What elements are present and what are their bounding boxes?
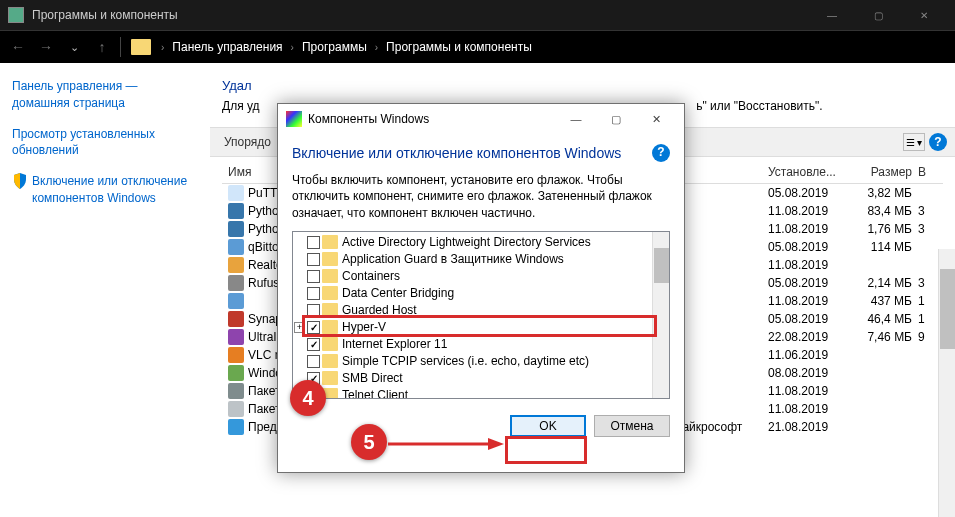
scrollbar-thumb[interactable] <box>940 269 955 349</box>
app-icon <box>8 7 24 23</box>
dialog-close-button[interactable]: ✕ <box>636 105 676 133</box>
folder-icon <box>322 354 338 368</box>
features-scrollbar[interactable] <box>652 232 669 398</box>
sidebar-features-link[interactable]: Включение или отключение компонентов Win… <box>12 173 197 207</box>
feature-checkbox[interactable] <box>307 321 320 334</box>
col-date[interactable]: Установле... <box>768 165 853 179</box>
features-scrollbar-thumb[interactable] <box>654 248 669 283</box>
close-button[interactable]: ✕ <box>901 0 947 30</box>
help-button[interactable]: ? <box>929 133 947 151</box>
col-size[interactable]: Размер <box>853 165 918 179</box>
history-dropdown[interactable]: ⌄ <box>60 33 88 61</box>
ok-button[interactable]: OK <box>510 415 586 437</box>
feature-label: Internet Explorer 11 <box>342 337 447 351</box>
forward-button[interactable]: → <box>32 33 60 61</box>
folder-icon <box>322 235 338 249</box>
sidebar-features-label: Включение или отключение компонентов Win… <box>32 173 197 207</box>
feature-row[interactable]: Internet Explorer 11 <box>293 336 669 353</box>
program-date: 11.08.2019 <box>768 384 853 398</box>
program-date: 11.06.2019 <box>768 348 853 362</box>
feature-checkbox[interactable] <box>307 338 320 351</box>
feature-row[interactable]: Containers <box>293 268 669 285</box>
annotation-step-5: 5 <box>351 424 387 460</box>
program-size: 2,14 МБ <box>853 276 918 290</box>
program-date: 05.08.2019 <box>768 186 853 200</box>
feature-row[interactable]: SMB Direct <box>293 370 669 387</box>
dialog-minimize-button[interactable]: — <box>556 105 596 133</box>
program-date: 11.08.2019 <box>768 222 853 236</box>
dialog-description: Чтобы включить компонент, установите его… <box>292 172 670 221</box>
address-bar: ← → ⌄ ↑ › Панель управления › Программы … <box>0 30 955 63</box>
up-button[interactable]: ↑ <box>88 33 116 61</box>
program-size: 7,46 МБ <box>853 330 918 344</box>
app-icon <box>228 365 244 381</box>
program-size: 1,76 МБ <box>853 222 918 236</box>
view-options-button[interactable]: ☰ ▾ <box>903 133 925 151</box>
feature-row[interactable]: Telnet Client <box>293 387 669 399</box>
folder-icon <box>322 286 338 300</box>
program-size: 46,4 МБ <box>853 312 918 326</box>
feature-row[interactable]: Active Directory Lightweight Directory S… <box>293 234 669 251</box>
feature-checkbox[interactable] <box>307 253 320 266</box>
cancel-button[interactable]: Отмена <box>594 415 670 437</box>
breadcrumb[interactable]: Программы и компоненты <box>382 40 536 54</box>
program-size: 3,82 МБ <box>853 186 918 200</box>
app-icon <box>228 419 244 435</box>
dialog-titlebar: Компоненты Windows — ▢ ✕ <box>278 104 684 134</box>
program-name: Rufus <box>248 276 279 290</box>
app-icon <box>228 401 244 417</box>
feature-label: Data Center Bridging <box>342 286 454 300</box>
feature-checkbox[interactable] <box>307 355 320 368</box>
app-icon <box>228 311 244 327</box>
feature-row[interactable]: Data Center Bridging <box>293 285 669 302</box>
feature-row[interactable]: Application Guard в Защитнике Windows <box>293 251 669 268</box>
feature-row[interactable]: Guarded Host <box>293 302 669 319</box>
window-title: Программы и компоненты <box>32 8 809 22</box>
app-icon <box>228 329 244 345</box>
dialog-maximize-button[interactable]: ▢ <box>596 105 636 133</box>
program-date: 05.08.2019 <box>768 240 853 254</box>
breadcrumb[interactable]: Программы <box>298 40 371 54</box>
minimize-button[interactable]: — <box>809 0 855 30</box>
col-version[interactable]: В <box>918 165 943 179</box>
window-titlebar: Программы и компоненты — ▢ ✕ <box>0 0 955 30</box>
app-icon <box>228 275 244 291</box>
maximize-button[interactable]: ▢ <box>855 0 901 30</box>
program-date: 11.08.2019 <box>768 258 853 272</box>
program-size: 437 МБ <box>853 294 918 308</box>
sidebar-updates-link[interactable]: Просмотр установленных обновлений <box>12 126 197 160</box>
app-icon <box>228 185 244 201</box>
path-folder-icon <box>131 39 151 55</box>
app-icon <box>228 257 244 273</box>
feature-checkbox[interactable] <box>307 270 320 283</box>
feature-row[interactable]: Simple TCPIP services (i.e. echo, daytim… <box>293 353 669 370</box>
scrollbar[interactable] <box>938 249 955 517</box>
features-tree: Active Directory Lightweight Directory S… <box>292 231 670 399</box>
program-date: 11.08.2019 <box>768 204 853 218</box>
program-version: 3 <box>918 204 943 218</box>
program-size: 83,4 МБ <box>853 204 918 218</box>
feature-checkbox[interactable] <box>307 304 320 317</box>
program-name: UltraI <box>248 330 277 344</box>
program-version: 3 <box>918 222 943 236</box>
folder-icon <box>322 371 338 385</box>
breadcrumb[interactable]: Панель управления <box>168 40 286 54</box>
feature-label: Hyper-V <box>342 320 386 334</box>
feature-row[interactable]: +Hyper-V <box>293 319 669 336</box>
dialog-help-button[interactable]: ? <box>652 144 670 162</box>
program-date: 05.08.2019 <box>768 312 853 326</box>
sidebar-home-link[interactable]: Панель управления — домашняя страница <box>12 78 197 112</box>
app-icon <box>228 203 244 219</box>
feature-checkbox[interactable] <box>307 236 320 249</box>
expand-icon[interactable]: + <box>294 322 305 333</box>
windows-features-dialog: Компоненты Windows — ▢ ✕ Включение или о… <box>277 103 685 473</box>
feature-checkbox[interactable] <box>307 287 320 300</box>
sort-button[interactable]: Упорядо <box>218 133 277 151</box>
feature-label: Simple TCPIP services (i.e. echo, daytim… <box>342 354 589 368</box>
folder-icon <box>322 303 338 317</box>
program-size: 114 МБ <box>853 240 918 254</box>
folder-icon <box>322 252 338 266</box>
back-button[interactable]: ← <box>4 33 32 61</box>
dialog-icon <box>286 111 302 127</box>
annotation-step-4: 4 <box>290 380 326 416</box>
